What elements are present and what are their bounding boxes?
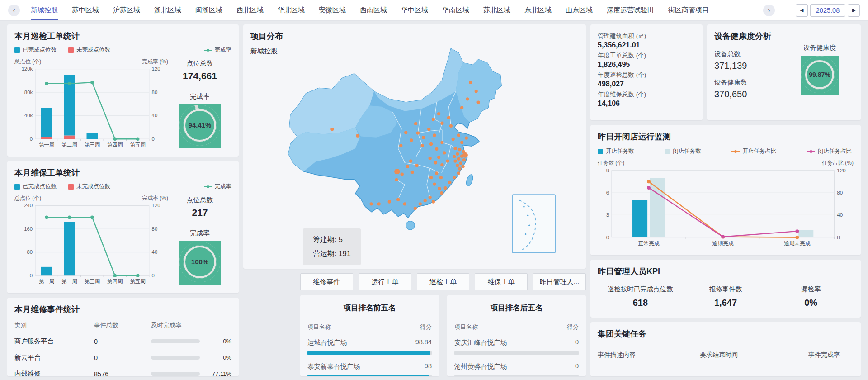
rate-line-icon: [204, 186, 212, 187]
manager-kpi-title: 昨日管理人员KPI: [598, 266, 854, 277]
rank-bottom-header: 项目名称 得分: [454, 323, 579, 331]
map-title: 项目分布: [250, 31, 579, 42]
chevron-right-icon: ›: [768, 6, 770, 14]
svg-text:逾期未完成: 逾期未完成: [784, 240, 811, 246]
nav-tab-0[interactable]: 新城控股: [31, 0, 58, 20]
nav-tab-2[interactable]: 沪苏区域: [113, 0, 140, 20]
rank-top-card: 项目排名前五名 项目名称 得分 运城吾悦广场98.84泰安新泰吾悦广场98: [300, 295, 439, 376]
svg-text:逾期完成: 逾期完成: [712, 240, 734, 246]
svg-text:80: 80: [837, 190, 843, 195]
group-tasks-title: 集团关键任务: [598, 328, 854, 339]
map-button-4[interactable]: 昨日管理人...: [533, 273, 586, 290]
device-total-label: 设备总数: [714, 50, 786, 58]
manager-kpi-card: 昨日管理人员KPI 巡检按时已完成点位数 618 报修事件数 1,647 漏检率…: [590, 260, 861, 318]
maintenance-title: 本月维保工单统计: [14, 167, 231, 178]
svg-text:0: 0: [30, 273, 33, 278]
repair-rows: 商户服务平台00%新云平台00%内部维修857677.11%: [14, 337, 231, 376]
svg-text:第三周: 第三周: [85, 279, 100, 284]
caret-left-icon: ◀: [800, 8, 804, 13]
maintenance-chart: 24012016080804000第一周第二周第三周第四周第五周: [14, 202, 168, 287]
y-right-axis-label: 完成率 (%): [142, 195, 168, 202]
store-legend: 开店任务数 闭店任务数 开店任务占比 闭店任务占比: [598, 147, 854, 155]
map-phase-overlay: 筹建期: 5 营运期: 191: [303, 228, 361, 265]
svg-text:3: 3: [606, 212, 609, 218]
completed-legend-label: 已完成点位数: [23, 46, 57, 54]
svg-text:80: 80: [152, 90, 158, 95]
svg-text:160: 160: [24, 226, 33, 232]
kpi-value: 0%: [768, 298, 854, 308]
nav-tab-3[interactable]: 浙北区域: [154, 0, 181, 20]
inspection-chart: 120k12080k8040k4000第一周第二周第三周第四周第五周: [14, 66, 168, 150]
rank-row: 项目排名前五名 项目名称 得分 运城吾悦广场98.84泰安新泰吾悦广场98 项目…: [300, 295, 586, 376]
kpi-label: 漏检率: [768, 285, 854, 294]
nav-tab-12[interactable]: 东北区域: [524, 0, 552, 20]
svg-text:99.87%: 99.87%: [809, 71, 830, 78]
total-points-value: 217: [192, 207, 208, 218]
svg-text:120k: 120k: [21, 66, 33, 71]
nav-tab-1[interactable]: 苏中区域: [72, 0, 99, 20]
china-map: [272, 41, 561, 261]
nav-prev-button[interactable]: ‹: [8, 5, 20, 16]
rank-top-header: 项目名称 得分: [307, 323, 432, 331]
col-project-name: 项目名称: [307, 323, 331, 331]
chevron-left-icon: ‹: [13, 6, 15, 14]
nav-tab-7[interactable]: 安徽区域: [319, 0, 346, 20]
svg-text:0: 0: [606, 234, 609, 240]
nav-tab-10[interactable]: 华南区域: [442, 0, 469, 20]
svg-text:9: 9: [606, 167, 609, 173]
col-count: 事件总数: [94, 321, 148, 329]
svg-text:40: 40: [152, 249, 158, 255]
repair-row: 新云平台00%: [14, 353, 231, 362]
right-column: 管理建筑面积 (㎡) 5,356,621.01 年度工单总数 (个) 1,826…: [590, 24, 861, 376]
completed-legend-label: 已完成点位数: [23, 183, 57, 190]
nav-tab-4[interactable]: 闽浙区域: [195, 0, 222, 20]
store-monitor-card: 昨日开闭店运行监测 开店任务数 闭店任务数 开店任务占比 闭店任务占比 任务数 …: [590, 125, 861, 255]
date-prev-button[interactable]: ◀: [796, 4, 808, 17]
nav-tab-11[interactable]: 苏北区域: [483, 0, 510, 20]
device-healthy-label: 设备健康数: [714, 78, 786, 87]
map-button-3[interactable]: 维保工单: [475, 273, 528, 290]
nav-tab-6[interactable]: 华北区域: [278, 0, 305, 20]
col-task-deadline: 要求结束时间: [679, 351, 760, 359]
date-next-button[interactable]: ▶: [848, 4, 860, 17]
map-button-1[interactable]: 运行工单: [359, 273, 411, 290]
stat-label: 管理建筑面积 (㎡): [598, 32, 695, 40]
rate-legend-label: 完成率: [215, 46, 232, 54]
repair-events-card: 本月维修事件统计 类别 事件总数 及时完成率 商户服务平台00%新云平台00%内…: [7, 298, 239, 376]
nav-next-button[interactable]: ›: [763, 5, 775, 16]
group-tasks-header: 事件描述内容 要求结束时间 事件完成率: [598, 351, 854, 359]
svg-text:40k: 40k: [24, 113, 33, 118]
col-category: 类别: [14, 321, 91, 329]
svg-text:0: 0: [30, 136, 33, 142]
total-points-label: 点位总数: [187, 59, 213, 68]
map-button-0[interactable]: 维修事件: [300, 273, 353, 290]
device-counts: 设备总数 371,139 设备健康数 370,650: [714, 43, 786, 114]
repair-row: 商户服务平台00%: [14, 337, 231, 346]
nav-tab-15[interactable]: 街区商管项目: [668, 0, 709, 20]
svg-text:94.41%: 94.41%: [189, 121, 212, 129]
svg-text:80: 80: [27, 249, 33, 255]
y-left-axis-label: 总点位 (个): [14, 195, 41, 202]
date-picker: ◀ 2025.08 ▶: [796, 4, 860, 17]
y-right-axis-label: 完成率 (%): [142, 58, 168, 66]
open-bar-legend-label: 开店任务数: [606, 147, 634, 155]
date-value[interactable]: 2025.08: [810, 4, 845, 17]
map-button-2[interactable]: 巡检工单: [417, 273, 470, 290]
taiwan-island: [465, 174, 474, 187]
nav-tab-9[interactable]: 华中区域: [401, 0, 428, 20]
open-bar-legend-swatch: [598, 149, 603, 154]
repair-table-header: 类别 事件总数 及时完成率: [14, 321, 231, 329]
device-health-donut: 99.87%: [801, 56, 839, 95]
device-health-label: 设备健康度: [803, 43, 836, 52]
nav-tab-5[interactable]: 西北区域: [236, 0, 264, 20]
svg-text:120: 120: [837, 167, 846, 173]
svg-text:第四周: 第四周: [107, 279, 123, 284]
rank-bottom-card: 项目排名后五名 项目名称 得分 安庆汇峰吾悦广场0沧州黄骅吾悦广场0: [447, 295, 586, 376]
svg-text:120: 120: [152, 66, 160, 71]
nav-tab-13[interactable]: 山东区域: [566, 0, 593, 20]
svg-text:0: 0: [152, 136, 155, 142]
nav-tab-8[interactable]: 西南区域: [360, 0, 387, 20]
nav-tab-14[interactable]: 深度运营试验田: [607, 0, 654, 20]
completed-legend-swatch: [14, 48, 20, 53]
group-tasks-card: 集团关键任务 事件描述内容 要求结束时间 事件完成率: [590, 322, 861, 376]
